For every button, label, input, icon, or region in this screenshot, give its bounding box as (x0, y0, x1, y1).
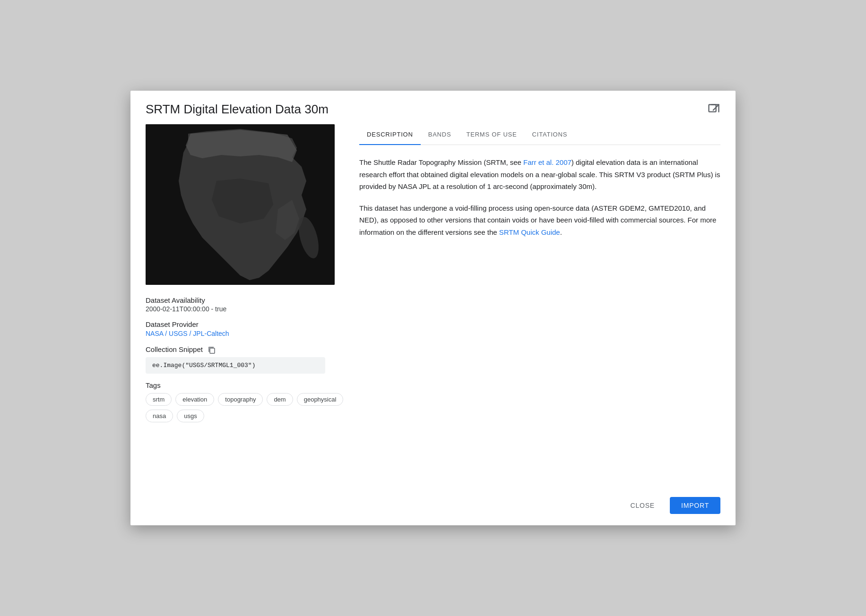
tab-description[interactable]: DESCRIPTION (359, 124, 421, 145)
tags-container: srtmelevationtopographydemgeophysicalnas… (146, 393, 344, 422)
tabs-container: DESCRIPTION BANDS TERMS OF USE CITATIONS (359, 124, 720, 145)
availability-label: Dataset Availability (146, 296, 344, 304)
description-paragraph-1: The Shuttle Radar Topography Mission (SR… (359, 156, 720, 193)
dialog: SRTM Digital Elevation Data 30m (130, 91, 736, 525)
right-panel: DESCRIPTION BANDS TERMS OF USE CITATIONS… (359, 124, 720, 486)
description-content: The Shuttle Radar Topography Mission (SR… (359, 156, 720, 248)
tag-chip[interactable]: geophysical (297, 393, 344, 406)
provider-label: Dataset Provider (146, 320, 344, 328)
metadata-section: Dataset Availability 2000-02-11T00:00:00… (146, 296, 344, 422)
availability-value: 2000-02-11T00:00:00 - true (146, 305, 344, 313)
dialog-footer: CLOSE IMPORT (130, 486, 736, 525)
desc-p2-after: . (560, 228, 562, 236)
provider-link[interactable]: NASA / USGS / JPL-Caltech (146, 330, 229, 337)
tags-label: Tags (146, 381, 344, 389)
tag-chip[interactable]: topography (218, 393, 263, 406)
tag-chip[interactable]: usgs (177, 410, 204, 422)
left-panel: Dataset Availability 2000-02-11T00:00:00… (146, 124, 344, 486)
close-button[interactable]: CLOSE (623, 497, 662, 514)
svg-rect-4 (210, 348, 215, 353)
tab-citations[interactable]: CITATIONS (525, 124, 575, 145)
dialog-body: Dataset Availability 2000-02-11T00:00:00… (130, 124, 736, 486)
import-button[interactable]: IMPORT (670, 497, 720, 514)
tab-bands[interactable]: BANDS (421, 124, 459, 145)
snippet-label: Collection Snippet (146, 345, 344, 354)
srtm-guide-link[interactable]: SRTM Quick Guide (499, 228, 560, 236)
farr-link[interactable]: Farr et al. 2007 (523, 158, 572, 166)
external-link-icon[interactable] (707, 103, 720, 116)
tag-chip[interactable]: srtm (146, 393, 172, 406)
copy-icon[interactable] (208, 346, 216, 354)
desc-p1-before: The Shuttle Radar Topography Mission (SR… (359, 158, 523, 166)
dialog-title: SRTM Digital Elevation Data 30m (146, 102, 329, 117)
dialog-header: SRTM Digital Elevation Data 30m (130, 91, 736, 124)
description-paragraph-2: This dataset has undergone a void-fillin… (359, 202, 720, 239)
snippet-box: ee.Image("USGS/SRTMGL1_003") (146, 357, 325, 374)
tag-chip[interactable]: dem (267, 393, 293, 406)
tab-terms[interactable]: TERMS OF USE (459, 124, 524, 145)
tag-chip[interactable]: elevation (175, 393, 214, 406)
tag-chip[interactable]: nasa (146, 410, 173, 422)
dataset-image (146, 124, 335, 285)
